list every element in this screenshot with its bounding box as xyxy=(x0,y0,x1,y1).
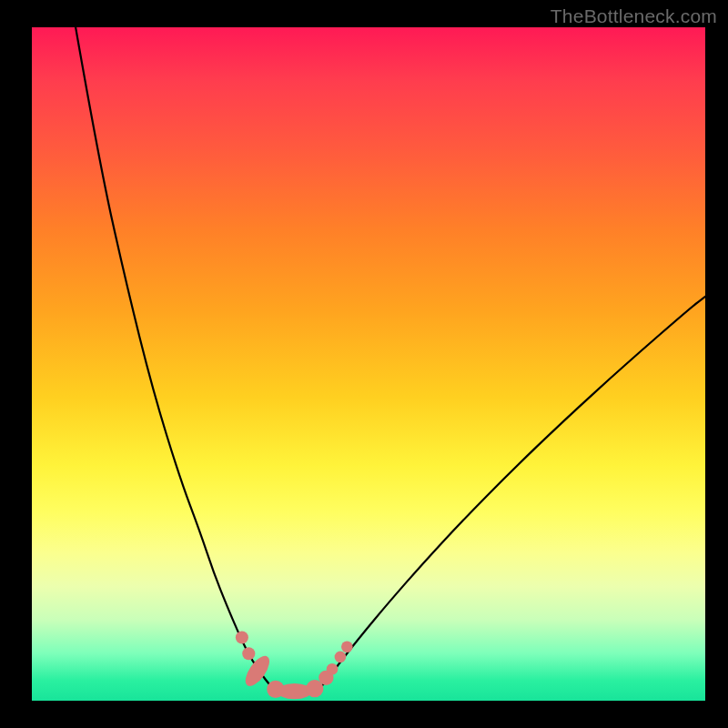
curve-lines xyxy=(76,27,705,691)
marker-point xyxy=(341,642,353,653)
curve-left-limb xyxy=(76,27,276,691)
marker-point xyxy=(327,663,339,675)
marker-point xyxy=(236,631,248,643)
marker-point xyxy=(242,647,255,660)
chart-svg xyxy=(32,27,705,701)
chart-frame: TheBottleneck.com xyxy=(0,0,728,728)
watermark-label: TheBottleneck.com xyxy=(551,5,717,27)
data-markers xyxy=(236,631,353,699)
marker-point xyxy=(335,652,347,663)
curve-right-limb xyxy=(318,297,706,691)
plot-area xyxy=(32,27,705,701)
